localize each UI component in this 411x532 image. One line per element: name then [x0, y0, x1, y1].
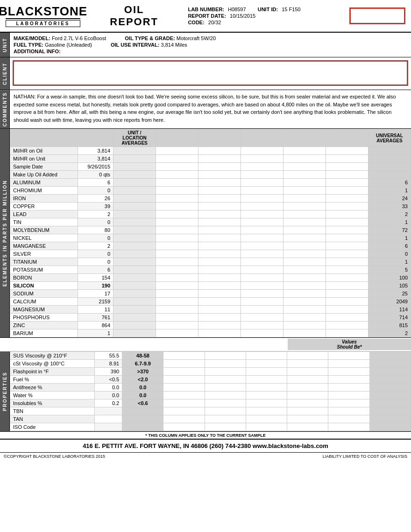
element-row: CHROMIUM 0 1 — [10, 187, 411, 195]
meta-label: Sample Date — [10, 163, 78, 171]
element-empty4 — [283, 266, 326, 274]
prop-empty4 — [287, 376, 328, 384]
element-empty2 — [198, 203, 241, 210]
element-universal: 25 — [368, 290, 411, 298]
prop-empty1 — [163, 392, 205, 399]
property-should-be: 6.7-9.9 — [122, 360, 163, 368]
element-universal: 1 — [368, 218, 411, 226]
property-value — [95, 423, 122, 431]
client-box[interactable] — [13, 60, 408, 86]
elements-section: ELEMENTS IN PARTS PER MILLION — [0, 129, 411, 338]
element-empty5 — [326, 187, 368, 195]
prop-empty3 — [246, 368, 287, 376]
element-empty1 — [156, 274, 198, 282]
element-empty1 — [156, 242, 198, 250]
element-empty3 — [241, 322, 283, 329]
element-empty1 — [156, 290, 198, 298]
element-avg — [113, 195, 156, 203]
element-value: 154 — [78, 274, 113, 282]
make-model-label: MAKE/MODEL: — [14, 35, 50, 41]
properties-label: PROPERTIES — [0, 351, 9, 431]
prop-universal — [369, 423, 411, 431]
prop-empty2 — [205, 352, 246, 360]
col-empty-4 — [283, 129, 326, 147]
property-should-be: 0.0 — [122, 392, 163, 399]
prop-universal — [369, 384, 411, 392]
element-empty1 — [156, 314, 198, 322]
prop-empty1 — [163, 407, 205, 415]
element-empty3 — [241, 242, 283, 250]
element-empty4 — [283, 282, 326, 290]
element-universal: 6 — [368, 242, 411, 250]
element-row: SILICON 190 105 — [10, 282, 411, 290]
element-empty2 — [198, 226, 241, 234]
logo: BLACKSTONE LABORATORIES — [6, 5, 80, 27]
element-empty3 — [241, 218, 283, 226]
oil-type-value: Motorcraft 5W/20 — [177, 35, 216, 41]
element-name: LEAD — [10, 210, 78, 218]
property-value: 0.2 — [95, 399, 122, 407]
properties-section: PROPERTIES SUS Viscosity @ 210°F 55.5 — [0, 351, 411, 432]
element-value: 864 — [78, 322, 113, 329]
prop-empty2 — [205, 415, 246, 423]
report-title: OILREPORT — [80, 4, 188, 28]
element-empty5 — [326, 234, 368, 242]
element-empty4 — [283, 187, 326, 195]
prop-empty5 — [328, 360, 369, 368]
prop-empty2 — [205, 423, 246, 431]
prop-empty2 — [205, 368, 246, 376]
prop-empty1 — [163, 368, 205, 376]
element-empty3 — [241, 258, 283, 266]
values-note-empty2 — [206, 339, 288, 350]
unit-content: MAKE/MODEL: Ford 2.7L V-6 EcoBoost OIL T… — [9, 33, 411, 57]
property-row: Flashpoint in °F 390 >370 — [10, 368, 411, 376]
meta-empty1 — [156, 171, 198, 179]
comments-section: COMMENTS NATHAN: For a wear-in sample, t… — [0, 90, 411, 129]
element-universal: 2 — [368, 210, 411, 218]
element-empty3 — [241, 314, 283, 322]
element-empty5 — [326, 226, 368, 234]
prop-empty1 — [163, 415, 205, 423]
oil-use-label: OIL USE INTERVAL: — [111, 42, 160, 48]
element-empty1 — [156, 250, 198, 258]
property-row: TBN — [10, 407, 411, 415]
element-avg — [113, 203, 156, 210]
element-empty2 — [198, 274, 241, 282]
comments-content: NATHAN: For a wear-in sample, this one d… — [9, 90, 411, 128]
prop-empty2 — [205, 376, 246, 384]
meta-universal — [368, 155, 411, 163]
oil-type-label: OIL TYPE & GRADE: — [125, 35, 175, 41]
element-value: 0 — [78, 187, 113, 195]
property-row: TAN — [10, 415, 411, 423]
element-empty3 — [241, 266, 283, 274]
prop-empty3 — [246, 407, 287, 415]
element-universal: 1 — [368, 258, 411, 266]
prop-empty1 — [163, 423, 205, 431]
lab-number-label: LAB NUMBER: — [188, 7, 224, 12]
col-empty-3 — [241, 129, 283, 147]
footnote: * THIS COLUMN APPLIES ONLY TO THE CURREN… — [0, 432, 411, 439]
element-name: CHROMIUM — [10, 187, 78, 195]
meta-label: MI/HR on Oil — [10, 147, 78, 155]
element-empty5 — [326, 179, 368, 187]
prop-empty1 — [163, 360, 205, 368]
element-empty3 — [241, 210, 283, 218]
prop-empty1 — [163, 376, 205, 384]
meta-universal — [368, 163, 411, 171]
element-empty5 — [326, 195, 368, 203]
meta-empty3 — [241, 147, 283, 155]
element-avg — [113, 266, 156, 274]
element-universal: 114 — [368, 306, 411, 314]
element-empty4 — [283, 242, 326, 250]
element-row: MAGNESIUM 11 114 — [10, 306, 411, 314]
element-avg — [113, 322, 156, 329]
property-name: SUS Viscosity @ 210°F — [10, 352, 95, 360]
element-row: CALCIUM 2159 2049 — [10, 298, 411, 306]
element-empty4 — [283, 274, 326, 282]
element-name: SILICON — [10, 282, 78, 290]
meta-empty2 — [198, 155, 241, 163]
element-empty4 — [283, 179, 326, 187]
element-empty5 — [326, 298, 368, 306]
prop-empty4 — [287, 384, 328, 392]
element-row: ZINC 864 815 — [10, 322, 411, 329]
